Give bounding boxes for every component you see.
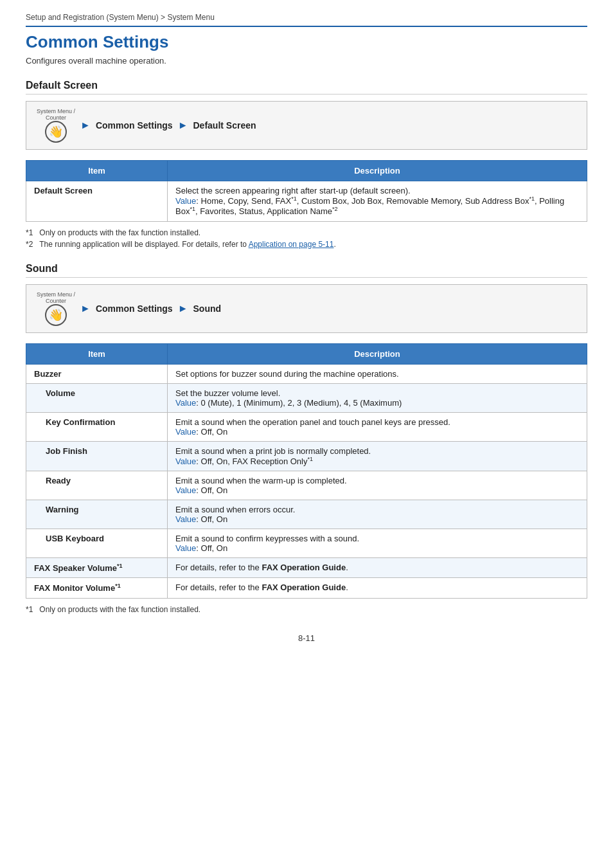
table-row: Buzzer Set options for buzzer sound duri… xyxy=(26,364,587,383)
breadcrumb: Setup and Registration (System Menu) > S… xyxy=(26,13,587,27)
fax-speaker-volume-desc: For details, refer to the FAX Operation … xyxy=(168,557,587,577)
page-title: Common Settings xyxy=(26,32,587,52)
warning-value-label: Value xyxy=(175,514,196,524)
sound-nav-arrow-1: ► xyxy=(80,303,91,314)
sound-nav-box: System Menu / Counter 👋 ► Common Setting… xyxy=(26,284,587,333)
buzzer-desc: Set options for buzzer sound during the … xyxy=(168,364,587,383)
table-header-desc-1: Description xyxy=(168,161,587,181)
system-menu-icon: System Menu / Counter 👋 xyxy=(37,108,75,143)
sound-table-header-desc: Description xyxy=(168,343,587,364)
key-confirmation-desc: Emit a sound when the operation panel an… xyxy=(168,412,587,441)
system-menu-label-sound: System Menu / xyxy=(37,291,75,298)
usb-keyboard-item: USB Keyboard xyxy=(26,529,168,557)
table-row: FAX Speaker Volume*1 For details, refer … xyxy=(26,557,587,577)
table-row: Volume Set the buzzer volume level. Valu… xyxy=(26,383,587,412)
sound-table: Item Description Buzzer Set options for … xyxy=(26,343,587,599)
default-screen-nav-box: System Menu / Counter 👋 ► Common Setting… xyxy=(26,101,587,150)
table-row: Default Screen Select the screen appeari… xyxy=(26,181,587,222)
value-label-blue: Value xyxy=(175,196,196,206)
job-finish-desc: Emit a sound when a print job is normall… xyxy=(168,441,587,471)
warning-item: Warning xyxy=(26,500,168,529)
page-number: 8-11 xyxy=(26,633,587,643)
system-menu-sub-label: Counter xyxy=(46,114,66,121)
nav-arrow-2: ► xyxy=(178,120,188,131)
fax-monitor-volume-item: FAX Monitor Volume*1 xyxy=(26,578,168,598)
nav-arrow-1: ► xyxy=(80,120,91,131)
table-header-item-1: Item xyxy=(26,161,168,181)
app-link[interactable]: Application on page 5-11 xyxy=(249,240,334,249)
volume-item: Volume xyxy=(26,383,168,412)
job-finish-value-label: Value xyxy=(175,457,196,466)
page-subtitle: Configures overall machine operation. xyxy=(26,56,587,66)
table-row: Job Finish Emit a sound when a print job… xyxy=(26,441,587,471)
warning-desc: Emit a sound when errors occur. Value: O… xyxy=(168,500,587,529)
sound-nav-step2: Sound xyxy=(193,303,222,314)
ready-item: Ready xyxy=(26,471,168,500)
system-menu-hand-icon-sound: 👋 xyxy=(45,304,67,326)
job-finish-item: Job Finish xyxy=(26,441,168,471)
usb-keyboard-desc: Emit a sound to confirm keypresses with … xyxy=(168,529,587,557)
key-confirmation-item: Key Confirmation xyxy=(26,412,168,441)
system-menu-sub-label-sound: Counter xyxy=(46,298,66,304)
sound-footnote-1: *1 Only on products with the fax functio… xyxy=(26,605,587,614)
key-confirmation-value-label: Value xyxy=(175,427,196,437)
table-row: Key Confirmation Emit a sound when the o… xyxy=(26,412,587,441)
buzzer-item: Buzzer xyxy=(26,364,168,383)
fax-speaker-volume-item: FAX Speaker Volume*1 xyxy=(26,557,168,577)
nav-default-screen: Default Screen xyxy=(193,120,256,131)
footnote-1: *1 Only on products with the fax functio… xyxy=(26,228,587,237)
sound-table-header-item: Item xyxy=(26,343,168,364)
sound-nav-common-settings: Common Settings xyxy=(96,303,173,314)
system-menu-hand-icon: 👋 xyxy=(45,121,67,143)
fax-monitor-volume-desc: For details, refer to the FAX Operation … xyxy=(168,578,587,598)
table-row: FAX Monitor Volume*1 For details, refer … xyxy=(26,578,587,598)
section-default-screen-title: Default Screen xyxy=(26,80,587,95)
sound-nav-arrow-2: ► xyxy=(178,303,188,314)
ready-value-label: Value xyxy=(175,485,196,495)
section-sound-title: Sound xyxy=(26,263,587,278)
system-menu-label: System Menu / xyxy=(37,108,75,114)
default-screen-item: Default Screen xyxy=(26,181,168,222)
default-screen-desc: Select the screen appearing right after … xyxy=(168,181,587,222)
default-screen-table: Item Description Default Screen Select t… xyxy=(26,160,587,222)
table-row: Warning Emit a sound when errors occur. … xyxy=(26,500,587,529)
table-row: Ready Emit a sound when the warm-up is c… xyxy=(26,471,587,500)
volume-desc: Set the buzzer volume level. Value: 0 (M… xyxy=(168,383,587,412)
table-row: USB Keyboard Emit a sound to confirm key… xyxy=(26,529,587,557)
volume-value-label: Value xyxy=(175,398,196,408)
ready-desc: Emit a sound when the warm-up is complet… xyxy=(168,471,587,500)
usb-keyboard-value-label: Value xyxy=(175,543,196,553)
footnote-2: *2 The running application will be displ… xyxy=(26,240,587,249)
nav-common-settings-1: Common Settings xyxy=(96,120,173,131)
system-menu-icon-sound: System Menu / Counter 👋 xyxy=(37,291,75,326)
